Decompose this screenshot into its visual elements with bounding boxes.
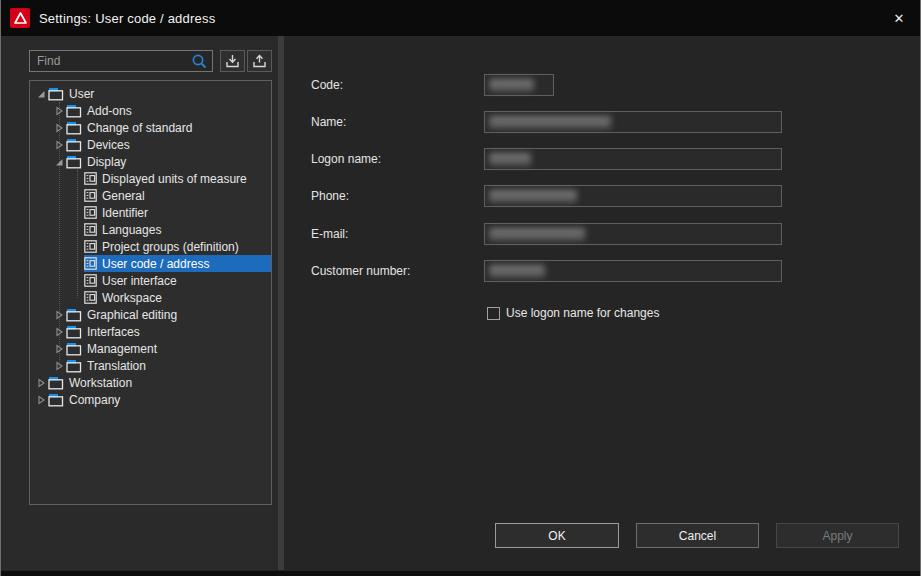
tree-indent-spacer [70, 258, 84, 270]
folder-icon [66, 308, 82, 322]
phone-input[interactable] [484, 185, 782, 207]
export-settings-button[interactable] [247, 50, 272, 72]
tree-item-translation[interactable]: Translation [30, 357, 271, 374]
folder-icon [48, 393, 64, 407]
tree-item-label: Displayed units of measure [102, 172, 251, 186]
folder-icon [66, 155, 82, 169]
settings-tree: UserAdd-onsChange of standardDevicesDisp… [29, 80, 272, 505]
pane-splitter[interactable] [278, 36, 284, 570]
tree-item-graphical-editing[interactable]: Graphical editing [30, 306, 271, 323]
tree-indent-spacer [70, 224, 84, 236]
tree-indent-spacer [70, 275, 84, 287]
tree-item-add-ons[interactable]: Add-ons [30, 102, 271, 119]
customer-number-label: Customer number: [311, 260, 410, 282]
tree-item-workstation[interactable]: Workstation [30, 374, 271, 391]
tree-indent-spacer [70, 207, 84, 219]
collapsed-arrow-icon[interactable] [34, 377, 48, 389]
search-icon[interactable] [191, 53, 208, 70]
redacted-value [489, 153, 531, 166]
cancel-button[interactable]: Cancel [636, 523, 759, 548]
e-mail-input[interactable] [484, 223, 782, 245]
tree-item-label: Change of standard [87, 121, 196, 135]
collapsed-arrow-icon[interactable] [52, 309, 66, 321]
e-mail-label: E-mail: [311, 223, 348, 245]
collapsed-arrow-icon[interactable] [52, 360, 66, 372]
tree-item-label: User interface [102, 274, 181, 288]
tree-item-change-of-standard[interactable]: Change of standard [30, 119, 271, 136]
import-settings-button[interactable] [220, 50, 245, 72]
window-bottom-edge [1, 571, 920, 576]
redacted-value [489, 265, 545, 278]
collapsed-arrow-icon[interactable] [52, 343, 66, 355]
close-button[interactable]: ✕ [878, 0, 920, 36]
tree-item-languages[interactable]: Languages [30, 221, 271, 238]
ok-button[interactable]: OK [495, 523, 619, 548]
folder-icon [66, 342, 82, 356]
settings-page-icon [84, 257, 97, 270]
folder-icon [48, 87, 64, 101]
tree-item-displayed-units-of-measure[interactable]: Displayed units of measure [30, 170, 271, 187]
name-input[interactable] [484, 111, 782, 133]
use-logon-name-row: Use logon name for changes [487, 306, 659, 320]
tree-item-label: Devices [87, 138, 134, 152]
window-title: Settings: User code / address [39, 11, 215, 26]
tree-item-devices[interactable]: Devices [30, 136, 271, 153]
expanded-arrow-icon[interactable] [52, 156, 66, 168]
folder-icon [66, 121, 82, 135]
logon-name-input[interactable] [484, 148, 782, 170]
tree-item-label: Project groups (definition) [102, 240, 243, 254]
customer-number-input[interactable] [484, 260, 782, 282]
tree-item-label: Identifier [102, 206, 152, 220]
tree-item-label: Translation [87, 359, 150, 373]
settings-page-icon [84, 274, 97, 287]
tree-item-label: Interfaces [87, 325, 144, 339]
tray-arrow-up-icon [252, 54, 267, 68]
redacted-value [489, 116, 611, 129]
tree-item-label: Display [87, 155, 130, 169]
code-label: Code: [311, 74, 343, 96]
tree-item-company[interactable]: Company [30, 391, 271, 408]
tree-item-label: Workstation [69, 376, 136, 390]
tree-item-label: Workspace [102, 291, 166, 305]
settings-page-icon [84, 240, 97, 253]
tree-item-label: Company [69, 393, 124, 407]
tree-item-workspace[interactable]: Workspace [30, 289, 271, 306]
tree-item-user[interactable]: User [30, 85, 271, 102]
tree-item-label: Management [87, 342, 161, 356]
app-logo-icon [10, 8, 30, 28]
logon-name-label: Logon name: [311, 148, 381, 170]
code-input[interactable] [484, 74, 554, 96]
folder-icon [66, 104, 82, 118]
tree-item-project-groups-definition[interactable]: Project groups (definition) [30, 238, 271, 255]
tree-item-management[interactable]: Management [30, 340, 271, 357]
use-logon-name-checkbox[interactable] [487, 307, 500, 320]
settings-page-icon [84, 291, 97, 304]
redacted-value [489, 79, 534, 92]
tree-indent-spacer [70, 241, 84, 253]
phone-label: Phone: [311, 185, 349, 207]
collapsed-arrow-icon[interactable] [52, 105, 66, 117]
tree-item-identifier[interactable]: Identifier [30, 204, 271, 221]
collapsed-arrow-icon[interactable] [52, 122, 66, 134]
settings-page-icon [84, 172, 97, 185]
collapsed-arrow-icon[interactable] [34, 394, 48, 406]
settings-page-icon [84, 223, 97, 236]
tree-item-display[interactable]: Display [30, 153, 271, 170]
search-input[interactable] [29, 50, 213, 72]
tree-item-general[interactable]: General [30, 187, 271, 204]
expanded-arrow-icon[interactable] [34, 88, 48, 100]
collapsed-arrow-icon[interactable] [52, 139, 66, 151]
titlebar: Settings: User code / address ✕ [1, 0, 920, 36]
use-logon-name-label: Use logon name for changes [506, 306, 659, 320]
collapsed-arrow-icon[interactable] [52, 326, 66, 338]
tree-item-label: Add-ons [87, 104, 136, 118]
settings-dialog: Settings: User code / address ✕ UserAdd-… [0, 0, 921, 576]
tree-item-user-interface[interactable]: User interface [30, 272, 271, 289]
tree-indent-spacer [70, 173, 84, 185]
tree-item-label: Languages [102, 223, 165, 237]
folder-icon [66, 359, 82, 373]
apply-button[interactable]: Apply [776, 523, 899, 548]
redacted-value [489, 228, 585, 241]
tree-item-user-code-address[interactable]: User code / address [30, 255, 271, 272]
tree-item-interfaces[interactable]: Interfaces [30, 323, 271, 340]
